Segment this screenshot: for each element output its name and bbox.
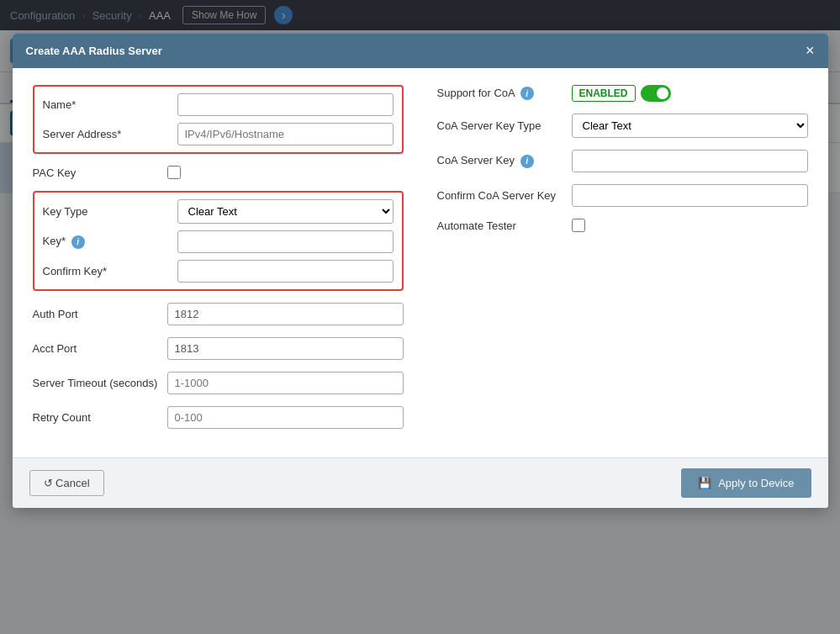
auth-port-input[interactable]: 1812 xyxy=(167,303,404,325)
server-address-row: Server Address* xyxy=(43,123,394,145)
apply-save-icon: 💾 xyxy=(698,477,711,489)
confirm-coa-key-row: Confirm CoA Server Key xyxy=(437,184,808,207)
key-info-icon[interactable]: i xyxy=(71,235,85,249)
modal-header: Create AAA Radius Server × xyxy=(13,34,828,68)
name-required-group: Name* Server Address* xyxy=(33,85,404,154)
modal-body: Name* Server Address* PAC Key xyxy=(13,68,828,457)
name-label: Name* xyxy=(43,98,177,111)
retry-count-row: Retry Count xyxy=(33,406,404,429)
acct-port-label: Acct Port xyxy=(33,342,167,355)
key-row: Key* i xyxy=(43,230,394,253)
key-label: Key* i xyxy=(43,235,177,249)
key-required-group: Key Type Clear Text Encrypted Key* i xyxy=(33,191,404,291)
support-coa-info-icon[interactable]: i xyxy=(520,87,534,100)
modal-close-button[interactable]: × xyxy=(806,42,815,60)
coa-key-type-row: CoA Server Key Type Clear Text Encrypted xyxy=(437,114,808,138)
retry-count-input[interactable] xyxy=(167,406,404,429)
pac-key-label: PAC Key xyxy=(33,166,167,179)
key-type-row: Key Type Clear Text Encrypted xyxy=(43,199,394,224)
modal-footer: ↺ Cancel 💾 Apply to Device xyxy=(13,457,828,508)
name-input[interactable] xyxy=(177,93,394,116)
server-timeout-row: Server Timeout (seconds) xyxy=(33,372,404,394)
create-aaa-radius-modal: Create AAA Radius Server × Name* Server … xyxy=(13,34,828,508)
server-address-label: Server Address* xyxy=(43,128,177,140)
confirm-coa-server-key-label: Confirm CoA Server Key xyxy=(437,189,572,202)
cancel-button[interactable]: ↺ Cancel xyxy=(29,470,104,496)
key-type-select[interactable]: Clear Text Encrypted xyxy=(177,199,394,224)
modal-overlay: Create AAA Radius Server × Name* Server … xyxy=(0,0,840,634)
coa-server-key-input[interactable] xyxy=(572,150,808,172)
automate-tester-row: Automate Tester xyxy=(437,219,808,232)
automate-tester-label: Automate Tester xyxy=(437,219,572,232)
confirm-key-input[interactable] xyxy=(177,260,394,283)
confirm-key-label: Confirm Key* xyxy=(43,265,177,277)
apply-to-device-button[interactable]: 💾 Apply to Device xyxy=(681,468,811,498)
server-address-input[interactable] xyxy=(177,123,394,145)
support-coa-toggle[interactable]: ENABLED xyxy=(572,85,671,102)
retry-count-label: Retry Count xyxy=(33,411,167,424)
server-timeout-input[interactable] xyxy=(167,372,404,394)
pac-key-row: PAC Key xyxy=(33,166,404,179)
modal-right-column: Support for CoA i ENABLED CoA Server Key… xyxy=(437,85,808,441)
coa-server-key-info-icon[interactable]: i xyxy=(520,155,534,168)
name-row: Name* xyxy=(43,93,394,116)
support-coa-row: Support for CoA i ENABLED xyxy=(437,85,808,102)
support-coa-label: Support for CoA i xyxy=(437,87,572,101)
acct-port-row: Acct Port 1813 xyxy=(33,337,404,360)
apply-label: Apply to Device xyxy=(718,477,794,489)
key-type-label: Key Type xyxy=(43,205,177,218)
server-timeout-label: Server Timeout (seconds) xyxy=(33,377,167,389)
coa-server-key-type-select[interactable]: Clear Text Encrypted xyxy=(572,114,808,138)
confirm-coa-server-key-input[interactable] xyxy=(572,184,808,207)
confirm-key-row: Confirm Key* xyxy=(43,260,394,283)
auth-port-row: Auth Port 1812 xyxy=(33,303,404,325)
coa-enabled-badge: ENABLED xyxy=(572,85,636,102)
auth-port-label: Auth Port xyxy=(33,308,167,320)
coa-server-key-type-label: CoA Server Key Type xyxy=(437,119,572,132)
coa-server-key-label: CoA Server Key i xyxy=(437,154,572,168)
automate-tester-checkbox[interactable] xyxy=(572,219,585,232)
acct-port-input[interactable]: 1813 xyxy=(167,337,404,360)
modal-title: Create AAA Radius Server xyxy=(26,45,162,57)
key-input[interactable] xyxy=(177,230,394,253)
modal-left-column: Name* Server Address* PAC Key xyxy=(33,85,404,441)
coa-server-key-row: CoA Server Key i xyxy=(437,150,808,172)
coa-toggle-switch[interactable] xyxy=(641,85,671,102)
pac-key-checkbox[interactable] xyxy=(167,166,181,179)
